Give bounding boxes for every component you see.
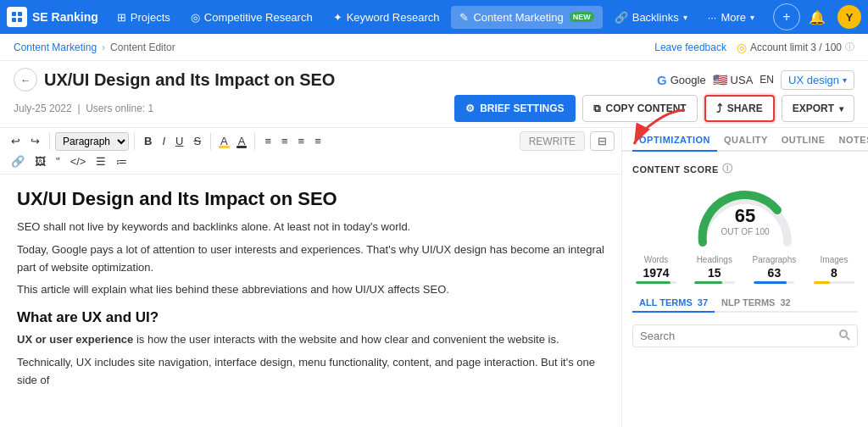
bold-button[interactable]: B [140,132,156,150]
terms-tab-all[interactable]: ALL TERMS 37 [632,292,715,313]
more-dots-icon: ··· [708,11,717,24]
ordered-list-button[interactable]: ≔ [112,152,131,170]
editor-para-5: Technically, UX includes site navigation… [17,354,604,390]
search-icon [838,329,850,343]
account-limit: ◎ Account limit 3 / 100 ⓘ [737,41,854,54]
stat-bar-images [814,281,854,284]
page-meta-row: July-25 2022 | Users online: 1 ⚙ BRIEF S… [14,95,854,122]
back-arrow-icon: ← [20,74,31,86]
underline-button[interactable]: U [171,132,187,150]
copy-content-button[interactable]: ⧉ COPY CONTENT [582,95,698,122]
svg-point-4 [840,330,847,337]
share-button[interactable]: ⤴ SHARE [704,95,775,122]
top-nav: SE Ranking ⊞ Projects ◎ Competitive Rese… [0,0,868,34]
tab-quality[interactable]: QUALITY [717,128,775,152]
nav-projects[interactable]: ⊞ Projects [108,6,179,29]
toolbar-row-1: ↩ ↪ Paragraph B I U S A A [7,131,615,151]
title-actions: G Google 🇺🇸 USA EN UX design ▾ [657,70,854,90]
breadcrumb-content-marketing[interactable]: Content Marketing [14,42,97,53]
lang-label: EN [760,74,774,86]
filter-icon: ⊟ [598,135,607,147]
nav-keyword[interactable]: ✦ Keyword Research [325,6,448,29]
content-score-label: CONTENT SCORE ⓘ [632,162,732,176]
svg-rect-2 [12,18,16,22]
score-gauge-wrap: 65 OUT OF 100 [632,183,858,247]
redo-button[interactable]: ↪ [26,132,44,150]
backlinks-icon: 🔗 [615,11,628,24]
page-actions: ⚙ BRIEF SETTINGS ⧉ COPY CONTENT ⤴ SHARE … [454,95,854,122]
share-icon: ⤴ [716,102,722,115]
brief-settings-button[interactable]: ⚙ BRIEF SETTINGS [454,95,575,122]
back-button[interactable]: ← [14,68,37,92]
align-justify-button[interactable]: ≡ [310,132,326,150]
terms-search-input[interactable] [640,330,838,342]
strikethrough-button[interactable]: S [189,132,205,150]
align-left-button[interactable]: ≡ [260,132,275,150]
stat-headings: Headings 15 [694,255,735,284]
editor-content[interactable]: UX/UI Design and Its Impact on SEO SEO s… [0,175,621,427]
notification-button[interactable]: 🔔 [804,3,831,30]
toolbar-sep-3 [210,133,211,150]
unordered-list-button[interactable]: ☰ [92,152,110,170]
stat-bar-paragraphs [754,281,794,284]
leave-feedback-link[interactable]: Leave feedback [654,42,726,53]
new-badge: NEW [570,12,594,22]
ordered-list-icon: ≔ [116,155,127,168]
terms-tab-nlp[interactable]: NLP TERMS 32 [715,292,798,313]
toolbar-row-2: 🔗 🖼 " </> ☰ ≔ [7,152,615,170]
country-label: USA [731,74,754,86]
highlight-button[interactable]: A [216,132,232,150]
link-button[interactable]: 🔗 [7,152,29,170]
meta-date: July-25 2022 [14,103,72,114]
text-color-button[interactable]: A [234,132,250,150]
italic-button[interactable]: I [158,132,170,150]
tab-notes[interactable]: NOTES [832,128,868,152]
tab-outline[interactable]: OUTLINE [775,128,832,152]
stat-bar-headings [694,281,735,284]
svg-rect-0 [12,12,16,16]
user-avatar[interactable]: Y [837,5,861,29]
editor-para-1: SEO shall not live by keywords and backl… [17,219,604,236]
content-score-section: CONTENT SCORE ⓘ 65 OUT OF [632,162,858,247]
image-button[interactable]: 🖼 [31,152,50,170]
nav-more[interactable]: ··· More ▾ [699,6,763,29]
undo-button[interactable]: ↩ [7,132,25,150]
content-icon: ✎ [459,11,469,24]
paragraph-select[interactable]: Paragraph [55,132,129,151]
nav-backlinks[interactable]: 🔗 Backlinks ▾ [606,6,696,29]
code-button[interactable]: </> [66,152,91,170]
score-value: 65 OUT OF 100 [721,205,769,236]
flag-icon: 🇺🇸 [713,73,727,86]
projects-icon: ⊞ [117,11,126,24]
align-center-button[interactable]: ≡ [277,132,292,150]
keyword-selector[interactable]: UX design ▾ [781,70,854,90]
editor-toolbar: ↩ ↪ Paragraph B I U S A A [0,128,621,175]
quote-button[interactable]: " [52,152,64,170]
stat-words: Words 1974 [636,255,676,284]
app-logo[interactable]: SE Ranking [7,7,98,27]
score-gauge: 65 OUT OF 100 [690,183,800,247]
page-title-row: ← UX/UI Design and Its Impact on SEO G G… [14,68,854,92]
editor-para-3: This article will explain what lies behi… [17,281,604,299]
country-badge: 🇺🇸 USA [713,73,754,86]
link-icon: 🔗 [11,155,25,168]
nav-competitive[interactable]: ◎ Competitive Research [182,6,321,29]
chevron-down-icon: ▾ [683,13,687,22]
rewrite-button[interactable]: REWRITE [520,131,585,151]
code-icon: </> [70,155,86,168]
tab-optimization[interactable]: OPTIMIZATION [632,128,717,152]
editor-heading-2: What are UX and UI? [17,309,604,326]
nav-content[interactable]: ✎ Content Marketing NEW [451,6,602,29]
toolbar-sep-2 [134,133,135,150]
panel-body: CONTENT SCORE ⓘ 65 OUT OF [622,152,868,427]
export-button[interactable]: EXPORT ▾ [782,95,854,122]
breadcrumb-bar: Content Marketing › Content Editor Leave… [0,34,868,61]
align-right-button[interactable]: ≡ [294,132,309,150]
add-button[interactable]: + [773,3,800,30]
filter-button[interactable]: ⊟ [590,131,615,151]
image-icon: 🖼 [35,155,46,168]
terms-search-box[interactable] [632,324,858,347]
logo-icon [7,7,27,27]
keyword-label: UX design [788,74,839,86]
list-icon: ☰ [96,155,106,168]
